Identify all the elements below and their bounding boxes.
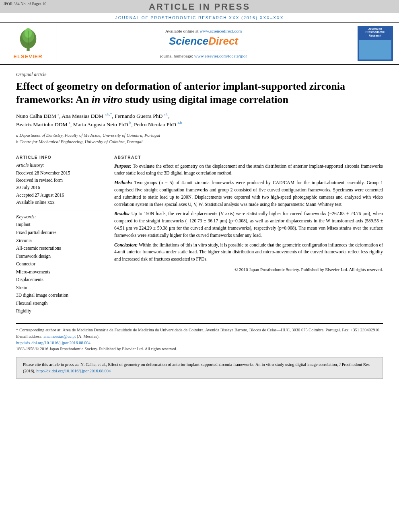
journal-homepage-url[interactable]: www.elsevier.com/locate/jpor	[194, 53, 247, 58]
keywords-list: Implant Fixed partial dentures Zirconia …	[16, 221, 105, 315]
abstract-label: ABSTRACT	[114, 155, 383, 160]
two-column-layout: ARTICLE INFO Article history: Received 2…	[16, 155, 383, 316]
journal-subtitle-text: JOURNAL OF PROSTHODONTIC RESEARCH XXX (2…	[115, 16, 284, 20]
keyword-8: Displacements	[16, 276, 105, 284]
history-label: Article history:	[16, 163, 105, 168]
history-item-1: Received 28 November 2015	[16, 169, 105, 177]
available-online-text: Available online at www.sciencedirect.co…	[165, 29, 242, 33]
keyword-7: Micro-movements	[16, 268, 105, 276]
email-line: E-mail address: ana.messias@uc.pt (A. Me…	[16, 333, 383, 340]
email-label: E-mail address:	[16, 334, 43, 339]
article-info-label: ARTICLE INFO	[16, 155, 105, 160]
issn-line: 1883-1958/© 2016 Japan Prosthodontic Soc…	[16, 346, 383, 352]
abstract-methods: Methods: Two groups (n = 5) of 4-unit zi…	[114, 179, 383, 208]
article-title: Effect of geometry on deformation of ant…	[16, 80, 383, 106]
purpose-text: To evaluate the effect of geometry on th…	[114, 164, 383, 176]
divider-1	[16, 151, 383, 151]
keyword-11: Flexural strength	[16, 300, 105, 308]
journal-number: JPOR 364 No. of Pages 10	[3, 2, 46, 6]
doi-link[interactable]: http://dx.doi.org/10.1016/j.jpor.2016.08…	[16, 341, 90, 345]
article-type: Original article	[16, 72, 383, 78]
sciencedirect-logo: ScienceDirect	[169, 35, 238, 47]
cover-image-placeholder	[359, 40, 391, 60]
keyword-5: Framework design	[16, 253, 105, 261]
abstract-conclusion: Conclusion: Within the limitations of th…	[114, 242, 383, 263]
abstract-results: Results: Up to 150N loads, the vertical …	[114, 210, 383, 239]
elsevier-label: ELSEVIER	[13, 53, 42, 60]
email-link[interactable]: ana.messias@uc.pt	[43, 334, 76, 339]
journal-cover-box: Journal ofProsthodonticResearch	[358, 26, 393, 61]
keyword-2: Fixed partial dentures	[16, 229, 105, 237]
keyword-3: Zirconia	[16, 237, 105, 245]
conclusion-text: Within the limitations of this in vitro …	[114, 242, 383, 262]
keyword-9: Strain	[16, 284, 105, 292]
header-center: Available online at www.sciencedirect.co…	[56, 23, 351, 64]
affiliation-b: b Centre for Mechanical Engineering, Uni…	[16, 138, 383, 145]
article-status: ARTICLE IN PRESS	[0, 2, 399, 12]
history-item-4: Accepted 27 August 2016	[16, 191, 105, 199]
abstract-text: Purpose: To evaluate the effect of geome…	[114, 163, 383, 273]
sciencedirect-url[interactable]: www.sciencedirect.com	[200, 29, 242, 33]
keywords-label: Keywords:	[16, 214, 105, 219]
footnote-area: * Corresponding author at: Área de Medic…	[16, 323, 383, 352]
keyword-12: Rigidity	[16, 307, 105, 315]
affiliation-a: a Department of Dentistry, Faculty of Me…	[16, 132, 383, 139]
journal-homepage: journal homepage: www.elsevier.com/locat…	[160, 51, 247, 58]
methods-text: Two groups (n = 5) of 4-unit zirconia fr…	[114, 180, 383, 206]
main-content: Original article Effect of geometry on d…	[0, 65, 399, 379]
results-text: Up to 150N loads, the vertical displacem…	[114, 211, 383, 237]
abstract-purpose: Purpose: To evaluate the effect of geome…	[114, 163, 383, 177]
corresponding-author: * Corresponding author at: Área de Medic…	[16, 327, 383, 333]
cover-journal-title: Journal ofProsthodonticResearch	[366, 27, 385, 37]
email-suffix: (A. Messias).	[77, 334, 99, 339]
history-item-3: 20 July 2016	[16, 184, 105, 191]
doi-line: http://dx.doi.org/10.1016/j.jpor.2016.08…	[16, 340, 383, 346]
authors-line: Nuno Calha DDM a, Ana Messias DDM a,b,*,…	[16, 112, 383, 129]
header-row: ELSEVIER Available online at www.science…	[0, 23, 399, 65]
keyword-4: All-ceramic restorations	[16, 244, 105, 253]
keyword-10: 3D digital image correlation	[16, 292, 105, 300]
history-item-5: Available online xxx	[16, 199, 105, 206]
journal-subtitle: JOURNAL OF PROSTHODONTIC RESEARCH XXX (2…	[0, 13, 399, 23]
top-banner: JPOR 364 No. of Pages 10 ARTICLE IN PRES…	[0, 0, 399, 13]
cite-doi-link[interactable]: http://dx.doi.org/10.1016/j.jpor.2016.08…	[36, 369, 111, 373]
cite-box: Please cite this article in press as: N.…	[16, 357, 383, 379]
journal-cover-area: Journal ofProsthodonticResearch	[351, 23, 399, 64]
elsevier-tree-icon	[12, 28, 44, 52]
keyword-1: Implant	[16, 221, 105, 229]
keyword-6: Connector	[16, 260, 105, 268]
abstract-column: ABSTRACT Purpose: To evaluate the effect…	[114, 155, 383, 316]
history-item-2: Received in revised form	[16, 177, 105, 184]
elsevier-logo-area: ELSEVIER	[0, 23, 56, 64]
affiliations: a Department of Dentistry, Faculty of Me…	[16, 132, 383, 145]
divider-keywords	[16, 210, 105, 210]
article-history: Received 28 November 2015 Received in re…	[16, 169, 105, 206]
copyright-line: © 2016 Japan Prosthodontic Society. Publ…	[114, 266, 383, 273]
article-info-column: ARTICLE INFO Article history: Received 2…	[16, 155, 105, 316]
